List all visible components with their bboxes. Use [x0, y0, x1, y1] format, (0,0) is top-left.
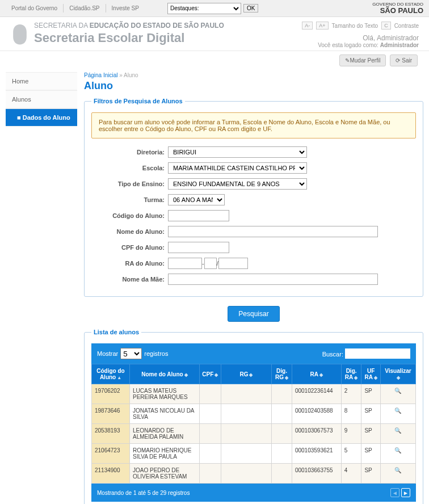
header-app-name: Secretaria Escolar Digital: [34, 30, 224, 46]
cell-digrg: [272, 464, 292, 484]
accessibility: A- A+ Tamanho do Texto C Contraste: [302, 22, 419, 30]
pager: ◄ ►: [390, 488, 410, 497]
cell-nome: ROMARIO HENRIQUE SILVA DE PAULA: [130, 444, 200, 464]
breadcrumb-home[interactable]: Página Inicial: [84, 72, 117, 78]
cell-digra: 8: [341, 404, 361, 424]
pager-prev-button[interactable]: ◄: [390, 488, 399, 497]
registros-label: registros: [144, 350, 168, 357]
magnifier-icon: 🔍: [394, 408, 401, 414]
cell-ra: 000103593621: [292, 444, 341, 464]
lista-fieldset: Lista de alunos Mostrar 5 registros Busc…: [84, 329, 423, 504]
pesquisar-button[interactable]: Pesquisar: [228, 306, 279, 322]
cell-cpf: [199, 384, 221, 404]
cell-cpf: [199, 464, 221, 484]
sidebar-item-dados-aluno[interactable]: ■ Dados do Aluno: [6, 108, 77, 127]
ra-input[interactable]: [168, 258, 202, 269]
cell-nome: JOAO PEDRO DE OLIVEIRA ESTEVAM: [130, 464, 200, 484]
page-title: Aluno: [84, 80, 423, 92]
breadcrumb-current: Aluno: [124, 72, 138, 78]
col-codigo[interactable]: Código do Aluno▲: [92, 364, 130, 384]
nome-mae-input[interactable]: [168, 274, 378, 285]
mudar-perfil-button[interactable]: ✎Mudar Perfil: [339, 54, 386, 66]
table-row: 21134900JOAO PEDRO DE OLIVEIRA ESTEVAM00…: [92, 464, 416, 484]
cell-ra: 000103067573: [292, 424, 341, 444]
destaques-ok-button[interactable]: OK: [243, 4, 258, 12]
cell-ufra: SP: [361, 464, 381, 484]
col-digra[interactable]: Dig. RA◆: [341, 364, 361, 384]
tipo-ensino-select[interactable]: ENSINO FUNDAMENTAL DE 9 ANOS: [168, 178, 307, 190]
table-row: 20538193LEONARDO DE ALMEIDA PALAMIN00010…: [92, 424, 416, 444]
col-nome[interactable]: Nome do Aluno◆: [130, 364, 200, 384]
mostrar-label: Mostrar: [97, 350, 118, 357]
buscar-label: Buscar:: [322, 351, 343, 358]
cell-rg: [221, 444, 271, 464]
escola-select[interactable]: MARIA MATHILDE CASTEIN CASTILHO PROFESSO…: [168, 162, 307, 174]
label-mae: Nome da Mãe:: [91, 276, 168, 283]
text-size-label: Tamanho do Texto: [332, 23, 378, 29]
sidebar-item-alunos[interactable]: Alunos: [6, 90, 77, 108]
cell-ufra: SP: [361, 424, 381, 444]
col-ufra[interactable]: UF RA◆: [361, 364, 381, 384]
datatable-topbar: Mostrar 5 registros Buscar:: [91, 343, 416, 364]
sort-icon: ▲: [117, 376, 121, 380]
sair-button[interactable]: ⟳ Sair: [390, 54, 418, 66]
cell-ra: 000102236144: [292, 384, 341, 404]
ra-uf-input[interactable]: [218, 258, 248, 269]
search-input[interactable]: [345, 348, 410, 359]
label-codigo: Código do Aluno:: [91, 212, 168, 219]
cell-rg: [221, 404, 271, 424]
col-digrg[interactable]: Dig. RG◆: [272, 364, 292, 384]
diretoria-select[interactable]: BIRIGUI: [168, 146, 307, 158]
page-size-select[interactable]: 5: [120, 348, 142, 359]
gov-logo-line2: SÃO PAULO: [372, 7, 423, 14]
header-titles: SECRETARIA DA EDUCAÇÃO DO ESTADO DE SÃO …: [34, 22, 224, 46]
nome-aluno-input[interactable]: [168, 226, 378, 237]
font-decrease-button[interactable]: A-: [302, 22, 313, 30]
visualizar-button[interactable]: 🔍: [380, 464, 415, 484]
cell-rg: [221, 424, 271, 444]
font-increase-button[interactable]: A+: [316, 22, 328, 30]
link-investe[interactable]: Investe SP: [106, 4, 145, 12]
logged-as: Você esta logado como: Administrador: [302, 42, 419, 48]
header-prefix: SECRETARIA DA: [34, 22, 90, 30]
visualizar-button[interactable]: 🔍: [380, 384, 415, 404]
col-visualizar[interactable]: Visualizar◆: [380, 364, 415, 384]
link-portal[interactable]: Portal do Governo: [6, 4, 64, 12]
destaques-group: Destaques: OK: [167, 3, 258, 14]
cell-ra: 000103663755: [292, 464, 341, 484]
sort-icon: ◆: [184, 373, 188, 377]
turma-select[interactable]: 06 ANO A MANHA: [168, 194, 225, 205]
cell-cpf: [199, 424, 221, 444]
cell-ra: 000102403588: [292, 404, 341, 424]
cell-ufra: SP: [361, 444, 381, 464]
pager-next-button[interactable]: ►: [401, 488, 410, 497]
datatable-info: Mostrando de 1 até 5 de 29 registros: [97, 490, 190, 496]
header: SECRETARIA DA EDUCAÇÃO DO ESTADO DE SÃO …: [0, 17, 429, 51]
alunos-table: Código do Aluno▲ Nome do Aluno◆ CPF◆ RG◆…: [91, 364, 416, 484]
cpf-aluno-input[interactable]: [168, 242, 229, 253]
magnifier-icon: 🔍: [394, 388, 401, 394]
ra-digito-input[interactable]: [204, 258, 217, 269]
sort-icon: ◆: [319, 373, 323, 377]
col-rg[interactable]: RG◆: [221, 364, 271, 384]
visualizar-button[interactable]: 🔍: [380, 424, 415, 444]
sort-icon: ◆: [249, 373, 253, 377]
header-org: EDUCAÇÃO DO ESTADO DE SÃO PAULO: [90, 22, 224, 30]
label-ra: RA do Aluno:: [91, 260, 168, 267]
sidebar-item-home[interactable]: Home: [6, 72, 77, 90]
magnifier-icon: 🔍: [394, 447, 401, 453]
link-cidadao[interactable]: Cidadão.SP: [64, 4, 106, 12]
gov-logo: GOVERNO DO ESTADO SÃO PAULO: [372, 2, 423, 14]
top-links: Portal do Governo Cidadão.SP Investe SP: [6, 4, 145, 12]
filters-legend: Filtros de Pesquisa de Alunos: [91, 98, 185, 104]
visualizar-button[interactable]: 🔍: [380, 404, 415, 424]
col-ra[interactable]: RA◆: [292, 364, 341, 384]
col-cpf[interactable]: CPF◆: [199, 364, 221, 384]
magnifier-icon: 🔍: [394, 427, 401, 434]
contrast-button[interactable]: C: [381, 22, 391, 30]
codigo-aluno-input[interactable]: [168, 210, 229, 221]
visualizar-button[interactable]: 🔍: [380, 444, 415, 464]
sort-icon: ◆: [354, 376, 358, 380]
cell-codigo: 20538193: [92, 424, 130, 444]
destaques-select[interactable]: Destaques:: [167, 3, 241, 14]
